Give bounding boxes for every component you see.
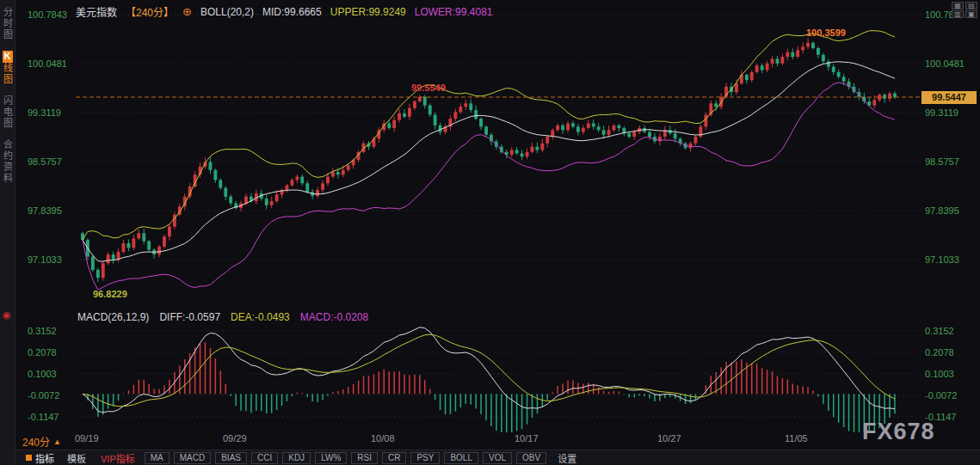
sidebar-item-分时图[interactable]: 分时图 (1, 7, 15, 40)
date-tick-label: 10/27 (657, 433, 681, 444)
axis-tick-label: 100.0481 (28, 58, 67, 69)
axis-tick-label: 0.1003 (925, 369, 954, 379)
axis-tick-label: 0.3152 (925, 326, 954, 336)
toolbar-indicator-RSI[interactable]: RSI (351, 452, 378, 464)
axis-tick-label: 100.0481 (925, 58, 965, 69)
indicator-picker-icon[interactable]: ⊕ (182, 5, 192, 18)
boll-indicator-label[interactable]: BOLL(20,2) (200, 6, 254, 18)
axis-tick-label: 0.3152 (28, 326, 57, 336)
toolbar-indicator-MA[interactable]: MA (145, 452, 169, 464)
toolbar-tab-VIP指标[interactable]: VIP指标 (96, 451, 140, 465)
indicator-toolbar: 指标模板VIP指标MAMACDBIASCCIKDJLW%RSICRPSYBOLL… (15, 450, 980, 465)
active-tab-badge: K (3, 51, 13, 63)
layout-grid-icon-3[interactable]: ▥ (952, 10, 964, 18)
axis-tick-label: 97.8395 (925, 205, 959, 216)
toolbar-tab-设置[interactable]: 设置 (558, 451, 576, 465)
last-price-badge: 99.5447 (921, 91, 977, 104)
watermark-logo: FX678 (862, 419, 935, 445)
sidebar-item-K线图[interactable]: K线图 (1, 51, 15, 85)
chart-header: 美元指数 【240分】 ⊕ BOLL(20,2) MID:99.6665 UPP… (76, 4, 493, 19)
layout-grid-icon-4[interactable]: ▣ (965, 10, 977, 18)
axis-tick-label: 0.2078 (925, 347, 954, 358)
trading-app: 分时图K线图闪电图合约资料◉ 美元指数 【240分】 ⊕ BOLL(20,2) … (0, 0, 980, 465)
layout-grid-icon-1[interactable]: ▦ (952, 2, 964, 9)
layout-buttons: ▦▤▥▣ (952, 2, 977, 18)
date-tick-label: 09/19 (75, 433, 99, 444)
boll-upper-value: UPPER:99.9249 (330, 6, 406, 18)
period-selector-label[interactable]: 240分 (22, 434, 50, 449)
axis-tick-label: 98.5757 (925, 156, 959, 167)
sidebar-item-合约资料[interactable]: 合约资料 (1, 139, 15, 184)
toolbar-indicator-VOL[interactable]: VOL (483, 452, 512, 464)
period-selector[interactable]: 240分 ▲ (22, 434, 61, 449)
boll-mid-value: MID:99.6665 (262, 6, 322, 18)
macd-indicator-label[interactable]: MACD(26,12,9) (77, 311, 149, 323)
axis-tick-label: -0.0072 (28, 390, 59, 401)
axis-tick-label: 99.3119 (925, 107, 958, 118)
boll-lower-value: LOWER:99.4081 (415, 6, 493, 18)
axis-tick-label: 98.5757 (28, 156, 62, 167)
high-peak-label: 100.3599 (806, 28, 846, 38)
toolbar-indicator-KDJ[interactable]: KDJ (282, 452, 311, 464)
period-label[interactable]: 【240分】 (126, 4, 174, 19)
axis-tick-label: 97.1033 (28, 254, 62, 265)
axis-tick-label: 100.7843 (28, 9, 67, 20)
date-axis: 09/1909/2910/0810/1710/2711/05 (0, 433, 980, 445)
low-price-label: 96.8229 (93, 289, 127, 299)
axis-tick-label: 0.1003 (28, 369, 57, 379)
toolbar-indicator-MACD[interactable]: MACD (174, 452, 211, 464)
candlestick-chart[interactable] (76, 7, 921, 305)
date-tick-label: 09/29 (223, 433, 247, 444)
macd-dea-value: DEA:-0.0493 (231, 311, 290, 323)
macd-value: MACD:-0.0208 (300, 311, 368, 323)
date-tick-label: 11/05 (785, 433, 808, 444)
macd-header: MACD(26,12,9) DIFF:-0.0597 DEA:-0.0493 M… (77, 311, 368, 323)
period-arrow-icon: ▲ (53, 437, 61, 446)
axis-tick-label: 97.8395 (28, 205, 62, 216)
axis-tick-label: 97.1033 (925, 254, 959, 265)
toolbar-indicator-BIAS[interactable]: BIAS (215, 452, 247, 464)
macd-chart[interactable] (76, 325, 921, 432)
date-tick-label: 10/08 (371, 433, 395, 444)
axis-tick-label: -0.0072 (925, 390, 957, 401)
axis-tick-label: 99.3119 (28, 107, 61, 118)
layout-grid-icon-2[interactable]: ▤ (965, 2, 977, 9)
toolbar-tab-指标[interactable]: 指标 (22, 451, 58, 465)
macd-diff-value: DIFF:-0.0597 (159, 311, 220, 323)
toolbar-indicator-LW%[interactable]: LW% (315, 452, 347, 464)
price-axis-right: 100.7843100.048199.311998.575797.839597.… (921, 0, 980, 465)
sidebar-item-闪电图[interactable]: 闪电图 (1, 95, 15, 129)
price-axis-left: 100.7843100.048199.311998.575797.839597.… (15, 0, 76, 465)
mid-peak-label: 99.5549 (411, 83, 446, 93)
toolbar-indicator-BOLL[interactable]: BOLL (444, 452, 478, 464)
toolbar-indicator-PSY[interactable]: PSY (410, 452, 440, 464)
axis-tick-label: -0.1147 (28, 412, 59, 422)
record-dot-icon[interactable]: ◉ (3, 309, 11, 321)
symbol-name: 美元指数 (76, 4, 117, 19)
toolbar-indicator-CCI[interactable]: CCI (251, 452, 278, 464)
toolbar-tab-模板[interactable]: 模板 (62, 451, 91, 465)
toolbar-indicator-CR[interactable]: CR (382, 452, 406, 464)
date-tick-label: 10/17 (515, 433, 539, 444)
left-sidebar: 分时图K线图闪电图合约资料◉ (0, 0, 15, 465)
toolbar-indicator-OBV[interactable]: OBV (516, 452, 546, 464)
axis-tick-label: 0.2078 (28, 347, 57, 358)
